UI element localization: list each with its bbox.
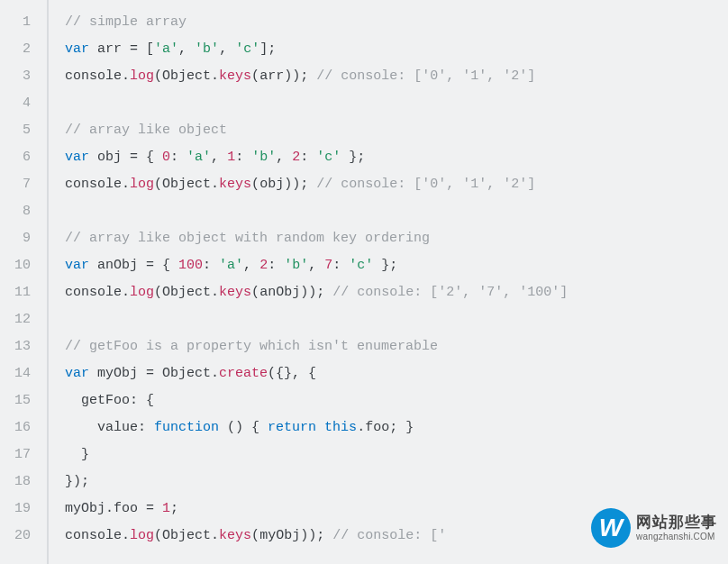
line-number: 19 [0, 496, 40, 523]
code-line: getFoo: { [65, 387, 728, 414]
code-editor: 1 2 3 4 5 6 7 8 9 10 11 12 13 14 15 16 1… [0, 0, 728, 564]
line-number: 7 [0, 171, 40, 198]
code-line: value: function () { return this.foo; } [65, 414, 728, 441]
line-number: 5 [0, 117, 40, 144]
watermark-title: 网站那些事 [636, 514, 717, 532]
line-number: 1 [0, 9, 40, 36]
line-number: 17 [0, 441, 40, 468]
line-number: 3 [0, 63, 40, 90]
line-number: 12 [0, 306, 40, 333]
line-number: 20 [0, 523, 40, 550]
code-line [65, 90, 728, 117]
code-line: }); [65, 468, 728, 496]
watermark-text: 网站那些事 wangzhanshi.COM [636, 514, 717, 541]
code-line: } [65, 441, 728, 468]
line-gutter: 1 2 3 4 5 6 7 8 9 10 11 12 13 14 15 16 1… [0, 0, 49, 564]
code-line: console.log(Object.keys(obj)); // consol… [65, 171, 728, 198]
code-line: console.log(Object.keys(arr)); // consol… [65, 63, 728, 90]
line-number: 10 [0, 252, 40, 279]
line-number: 8 [0, 198, 40, 225]
code-line: var myObj = Object.create({}, { [65, 360, 728, 387]
code-line [65, 198, 728, 225]
line-number: 14 [0, 360, 40, 387]
line-number: 15 [0, 387, 40, 414]
line-number: 6 [0, 144, 40, 171]
code-line: var anObj = { 100: 'a', 2: 'b', 7: 'c' }… [65, 252, 728, 279]
line-number: 16 [0, 414, 40, 441]
line-number: 2 [0, 36, 40, 63]
line-number: 11 [0, 279, 40, 306]
code-line: // getFoo is a property which isn't enum… [65, 333, 728, 360]
code-line [65, 306, 728, 333]
code-line: // array like object [65, 117, 728, 144]
code-line: console.log(Object.keys(anObj)); // cons… [65, 279, 728, 306]
watermark: W 网站那些事 wangzhanshi.COM [591, 508, 717, 548]
watermark-badge-icon: W [591, 508, 631, 548]
line-number: 18 [0, 468, 40, 496]
line-number: 9 [0, 225, 40, 252]
line-number: 4 [0, 90, 40, 117]
code-line: // simple array [65, 9, 728, 36]
code-area: // simple array var arr = ['a', 'b', 'c'… [49, 0, 728, 564]
watermark-url: wangzhanshi.COM [636, 532, 717, 541]
code-line: var obj = { 0: 'a', 1: 'b', 2: 'c' }; [65, 144, 728, 171]
line-number: 13 [0, 333, 40, 360]
code-line: // array like object with random key ord… [65, 225, 728, 252]
code-line: var arr = ['a', 'b', 'c']; [65, 36, 728, 63]
